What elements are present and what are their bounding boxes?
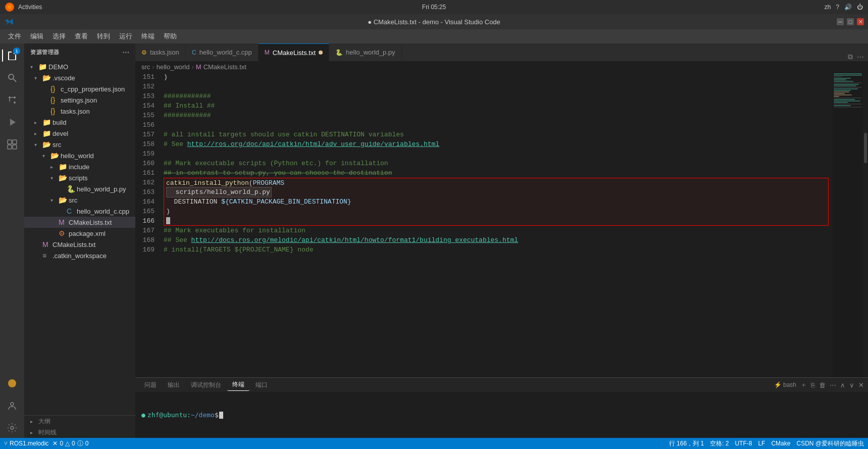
status-spaces[interactable]: 空格: 2 <box>710 439 729 448</box>
svg-point-11 <box>11 403 14 406</box>
activities-label[interactable]: Activities <box>18 4 42 11</box>
status-errors[interactable]: ✕ 0 △ 0 ⓘ 0 <box>53 439 88 448</box>
status-language[interactable]: CMake <box>771 440 790 447</box>
close-button[interactable]: ✕ <box>857 18 864 25</box>
menu-goto[interactable]: 转到 <box>93 31 114 42</box>
ln-167: 167 <box>135 226 155 235</box>
tree-item-build[interactable]: ▸ 📁 build <box>24 117 135 128</box>
menu-select[interactable]: 选择 <box>48 31 70 42</box>
tree-label-py: hello_world_p.py <box>77 185 135 193</box>
menu-edit[interactable]: 编辑 <box>26 31 47 42</box>
code-line-166 <box>164 216 829 226</box>
tree-item-tasks-json[interactable]: {} tasks.json <box>24 106 135 117</box>
terminal-down-icon[interactable]: ∨ <box>849 381 854 389</box>
activity-account[interactable] <box>2 395 22 416</box>
sidebar-header: 资源管理器 ⋯ <box>24 43 135 61</box>
tree-item-vscode[interactable]: ▾ 📂 .vscode <box>24 72 135 83</box>
tree-item-demo[interactable]: ▾ 📁 DEMO <box>24 61 135 72</box>
tab-cmake[interactable]: M CMakeLists.txt <box>259 43 329 61</box>
terminal-tab-debug[interactable]: 调试控制台 <box>186 379 226 391</box>
outline-toggle[interactable]: ▸ 大纲 <box>24 416 135 427</box>
timeline-toggle[interactable]: ▸ 时间线 <box>24 427 135 438</box>
breadcrumb-src[interactable]: src <box>141 63 150 71</box>
json-icon: {} <box>50 96 59 104</box>
tree-item-src[interactable]: ▾ 📂 src <box>24 139 135 150</box>
more-tabs-icon[interactable]: ⋯ <box>857 53 864 61</box>
status-eol[interactable]: LF <box>758 440 765 447</box>
activity-explorer[interactable]: 1 <box>2 45 22 66</box>
tab-py[interactable]: 🐍 hello_world_p.py <box>329 43 402 61</box>
terminal-actions: ⚡ bash ＋ ⎘ 🗑 ⋯ ∧ ∨ ✕ <box>774 380 864 389</box>
title-bar: ● CMakeLists.txt - demo - Visual Studio … <box>0 14 868 29</box>
code-line-151: ) <box>164 72 829 82</box>
svg-marker-5 <box>10 119 16 126</box>
code-line-157: # all install targets should use catkin … <box>164 130 829 139</box>
minimize-button[interactable]: ─ <box>837 18 844 25</box>
breadcrumb-cmake[interactable]: CMakeLists.txt <box>203 63 246 71</box>
terminal-split-icon[interactable]: ⎘ <box>811 381 815 389</box>
tree-item-scripts[interactable]: ▾ 📂 scripts <box>24 172 135 183</box>
status-encoding[interactable]: UTF-8 <box>735 440 752 447</box>
tab-tasks[interactable]: ⚙ tasks.json <box>135 43 186 61</box>
tab-cpp[interactable]: C hello_world_c.cpp <box>186 43 259 61</box>
activity-source-control[interactable] <box>2 90 22 110</box>
window-controls[interactable]: ─ □ ✕ <box>837 18 864 25</box>
terminal-tab-problems[interactable]: 问题 <box>139 379 162 391</box>
sidebar-more-icon[interactable]: ⋯ <box>122 48 130 57</box>
status-eol-label: LF <box>758 440 765 447</box>
tree-item-devel[interactable]: ▸ 📁 devel <box>24 128 135 139</box>
terminal-close-icon[interactable]: ✕ <box>858 381 864 389</box>
status-branch[interactable]: ⑂ ROS1.melodic <box>4 440 48 447</box>
menu-help[interactable]: 帮助 <box>160 31 181 42</box>
tree-item-hello-world-py[interactable]: 🐍 hello_world_p.py <box>24 183 135 194</box>
editor[interactable]: 151 152 153 154 155 156 157 158 159 160 … <box>135 72 833 377</box>
tree-item-settings[interactable]: {} settings.json <box>24 94 135 106</box>
tree-label-cpp-props: c_cpp_properties.json <box>61 85 135 93</box>
terminal-tab-output[interactable]: 输出 <box>163 379 185 391</box>
tree-item-catkin-ws[interactable]: ≡ .catkin_workspace <box>24 250 135 261</box>
terminal-more-icon[interactable]: ⋯ <box>830 381 836 389</box>
terminal-trash-icon[interactable]: 🗑 <box>819 381 826 389</box>
sidebar-actions[interactable]: ⋯ <box>122 48 130 57</box>
status-position[interactable]: 行 166，列 1 <box>669 439 704 448</box>
firefox-icon[interactable] <box>5 3 14 12</box>
activity-search[interactable] <box>2 68 22 88</box>
tree-item-cpp-props[interactable]: {} c_cpp_properties.json <box>24 83 135 94</box>
terminal-add-icon[interactable]: ＋ <box>800 380 807 389</box>
tree-item-include[interactable]: ▸ 📁 include <box>24 161 135 172</box>
minimap-line <box>834 88 858 89</box>
terminal-tab-ports[interactable]: 端口 <box>250 379 273 391</box>
tree-item-cpp[interactable]: C hello_world_c.cpp <box>24 206 135 217</box>
code-content[interactable]: ) ############ ## Install ## ###########… <box>160 72 833 377</box>
terminal-up-icon[interactable]: ∧ <box>840 381 845 389</box>
system-bar-center: Fri 05:25 <box>422 4 446 11</box>
tree-item-package-xml[interactable]: ⚙ package.xml <box>24 228 135 239</box>
menu-file[interactable]: 文件 <box>4 31 25 42</box>
activity-bar: 1 <box>0 43 24 438</box>
tree-item-cmake-root[interactable]: M CMakeLists.txt <box>24 239 135 250</box>
svg-line-1 <box>13 79 16 82</box>
menu-view[interactable]: 查看 <box>71 31 92 42</box>
activity-ros[interactable] <box>2 373 22 393</box>
maximize-button[interactable]: □ <box>847 18 854 25</box>
tree-item-hello-world[interactable]: ▾ 📂 hello_world <box>24 150 135 161</box>
folder-icon: 📁 <box>42 129 50 137</box>
vertical-scrollbar[interactable] <box>863 72 868 377</box>
terminal-content[interactable]: ● zhf@ubuntu:~/demo$ <box>135 392 868 438</box>
split-editor-icon[interactable]: ⧉ <box>848 53 853 61</box>
breadcrumb-hello-world[interactable]: hello_world <box>157 63 190 71</box>
error-count: 0 <box>60 440 63 447</box>
activity-run[interactable] <box>2 112 22 132</box>
activity-extensions[interactable] <box>2 134 22 155</box>
menu-run[interactable]: 运行 <box>115 31 136 42</box>
scrollbar-thumb[interactable] <box>864 133 867 163</box>
activity-settings[interactable] <box>2 418 22 438</box>
code-line-156 <box>164 120 829 130</box>
terminal-tab-terminal[interactable]: 终端 <box>227 379 249 391</box>
menu-terminal[interactable]: 终端 <box>137 31 159 42</box>
tree-item-src-sub[interactable]: ▾ 📂 src <box>24 194 135 206</box>
minimap-line <box>834 101 860 102</box>
ln-159: 159 <box>135 149 155 159</box>
tree-item-cmake-selected[interactable]: M CMakeLists.txt <box>24 217 135 228</box>
chevron-down-icon: ▾ <box>50 197 59 203</box>
